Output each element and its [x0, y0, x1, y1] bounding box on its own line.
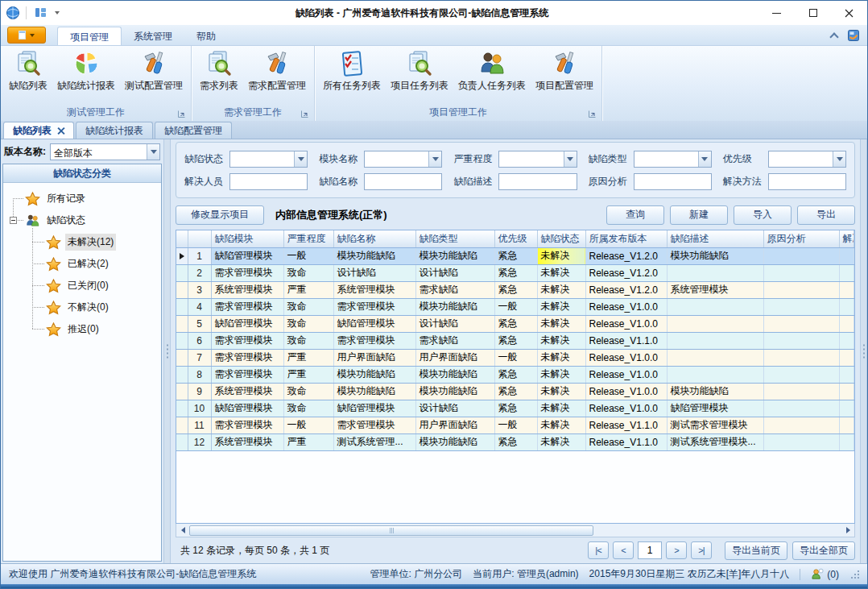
data-cell[interactable]: 紧急 — [494, 315, 537, 332]
data-cell[interactable]: 致命 — [283, 383, 333, 400]
right-splitter[interactable] — [860, 139, 867, 563]
data-cell[interactable]: 用户界面缺陷 — [333, 349, 415, 366]
status-cell[interactable]: 未解决 — [537, 417, 585, 433]
table-row[interactable]: 12系统管理模块严重测试系统管理...模块功能缺陷紧急未解决Release_V1… — [176, 433, 854, 450]
export-all-pages-button[interactable]: 导出全部页 — [792, 541, 855, 560]
last-page-button[interactable]: >| — [691, 541, 712, 559]
table-row[interactable]: 9系统管理模块致命模块功能缺陷模块功能缺陷紧急未解决Release_V1.0.0… — [176, 383, 854, 400]
data-cell[interactable]: 紧急 — [494, 281, 537, 298]
data-cell[interactable]: 需求管理模块 — [211, 417, 283, 433]
status-cell[interactable]: 未解决 — [537, 264, 585, 281]
data-cell[interactable]: 设计缺陷 — [415, 400, 494, 417]
data-cell[interactable]: 模块功能缺陷 — [667, 383, 763, 400]
data-cell[interactable] — [763, 281, 839, 298]
data-cell[interactable]: 缺陷管理模块 — [211, 315, 283, 332]
status-cell[interactable]: 未解决 — [537, 366, 585, 383]
data-cell[interactable]: 致命 — [283, 264, 333, 281]
data-cell[interactable]: 系统管理模块 — [667, 281, 763, 298]
data-cell[interactable]: 严重 — [283, 366, 333, 383]
data-cell[interactable]: Release_V1.1.0 — [585, 417, 667, 433]
scroll-right-icon[interactable] — [841, 525, 854, 537]
data-cell[interactable]: 缺陷管理模块 — [333, 315, 415, 332]
table-row[interactable]: 3系统管理模块严重系统管理模块需求缺陷紧急未解决Release_V1.2.0系统… — [176, 281, 854, 298]
data-cell[interactable]: 一般 — [494, 417, 537, 433]
status-cell[interactable]: 未解决 — [537, 383, 585, 400]
column-header[interactable]: 缺陷描述 — [667, 230, 763, 247]
data-cell[interactable]: 需求管理模块 — [211, 298, 283, 315]
data-cell[interactable]: Release_V1.1.0 — [585, 433, 667, 450]
data-cell[interactable] — [839, 332, 854, 349]
data-cell[interactable] — [763, 315, 839, 332]
data-cell[interactable]: 系统管理模块 — [333, 281, 415, 298]
tree-item[interactable]: 未解决(12) — [3, 231, 161, 253]
dialog-launcher-icon[interactable] — [300, 110, 309, 118]
filter-combobox[interactable] — [498, 151, 577, 168]
status-cell[interactable]: 未解决 — [537, 298, 585, 315]
data-cell[interactable]: 一般 — [494, 349, 537, 366]
filter-combobox[interactable] — [364, 151, 442, 168]
scrollbar-thumb[interactable] — [189, 525, 593, 536]
combobox-dropdown[interactable] — [294, 151, 307, 167]
data-cell[interactable] — [839, 247, 854, 264]
data-cell[interactable] — [667, 332, 763, 349]
data-cell[interactable] — [763, 332, 839, 349]
app-menu-button[interactable] — [7, 27, 46, 44]
filter-input[interactable] — [364, 173, 442, 190]
data-cell[interactable] — [763, 383, 839, 400]
column-header[interactable]: 原因分析 — [763, 230, 839, 247]
tree-item[interactable]: 不解决(0) — [3, 297, 161, 318]
ribbon-button[interactable]: 项目配置管理 — [531, 48, 598, 94]
data-cell[interactable]: 设计缺陷 — [415, 264, 494, 281]
table-row[interactable]: 7需求管理模块严重用户界面缺陷用户界面缺陷一般未解决Release_V1.0.0 — [176, 349, 854, 366]
data-cell[interactable] — [763, 349, 839, 366]
ribbon-button[interactable]: 所有任务列表 — [318, 48, 386, 94]
data-cell[interactable] — [763, 264, 839, 281]
column-header[interactable]: 缺陷类型 — [415, 230, 494, 247]
data-cell[interactable] — [839, 315, 854, 332]
message-counter[interactable]: (0) — [811, 568, 839, 580]
column-header[interactable]: 缺陷模块 — [211, 230, 283, 247]
collapse-ribbon-icon[interactable] — [830, 33, 838, 38]
column-header[interactable]: 解决方法 — [839, 230, 854, 247]
data-cell[interactable]: 一般 — [283, 247, 333, 264]
maximize-button[interactable] — [795, 1, 831, 25]
table-row[interactable]: 4需求管理模块致命需求管理模块模块功能缺陷一般未解决Release_V1.0.0 — [176, 298, 854, 315]
data-cell[interactable]: Release_V1.2.0 — [585, 264, 667, 281]
table-row[interactable]: 2需求管理模块致命设计缺陷设计缺陷紧急未解决Release_V1.2.0 — [176, 264, 854, 281]
data-cell[interactable] — [763, 247, 839, 264]
data-cell[interactable]: 模块功能缺陷 — [333, 366, 415, 383]
doc-tab-2[interactable]: 缺陷配置管理 — [155, 122, 232, 139]
tree-item[interactable]: 缺陷状态 — [3, 209, 161, 231]
data-cell[interactable]: 需求管理模块 — [333, 298, 415, 315]
data-cell[interactable]: 一般 — [283, 417, 333, 433]
scroll-left-icon[interactable] — [176, 525, 189, 537]
action-button-2[interactable]: 导入 — [734, 205, 792, 225]
data-cell[interactable] — [839, 417, 854, 433]
combobox-dropdown[interactable] — [564, 151, 577, 167]
data-cell[interactable]: 系统管理模块 — [211, 433, 283, 450]
data-cell[interactable]: Release_V1.2.0 — [585, 281, 667, 298]
action-button-3[interactable]: 导出 — [797, 205, 855, 225]
data-cell[interactable] — [763, 417, 839, 433]
data-cell[interactable]: 用户界面缺陷 — [415, 349, 494, 366]
status-cell[interactable]: 未解决 — [537, 349, 585, 366]
ribbon-tab-1[interactable]: 系统管理 — [122, 27, 184, 45]
data-cell[interactable] — [839, 433, 854, 450]
combobox-dropdown[interactable] — [833, 151, 845, 167]
column-header[interactable]: 缺陷状态 — [537, 230, 585, 247]
data-cell[interactable] — [839, 281, 854, 298]
ribbon-tab-0[interactable]: 项目管理 — [57, 27, 122, 45]
data-cell[interactable] — [839, 349, 854, 366]
quick-access-dropdown-icon[interactable] — [55, 11, 60, 15]
data-cell[interactable]: Release_V1.0.0 — [585, 383, 667, 400]
data-cell[interactable] — [667, 264, 763, 281]
table-row[interactable]: 10缺陷管理模块致命缺陷管理模块设计缺陷紧急未解决Release_V1.0.0缺… — [176, 400, 854, 417]
data-cell[interactable]: 测试系统管理模块... — [667, 433, 763, 450]
data-cell[interactable] — [839, 264, 854, 281]
version-combobox-dropdown[interactable] — [147, 144, 159, 160]
data-cell[interactable]: 紧急 — [494, 433, 537, 450]
status-cell[interactable]: 未解决 — [537, 332, 585, 349]
column-header[interactable]: 优先级 — [494, 230, 537, 247]
data-cell[interactable]: Release_V1.0.0 — [585, 315, 667, 332]
data-cell[interactable]: 测试系统管理... — [333, 433, 415, 450]
